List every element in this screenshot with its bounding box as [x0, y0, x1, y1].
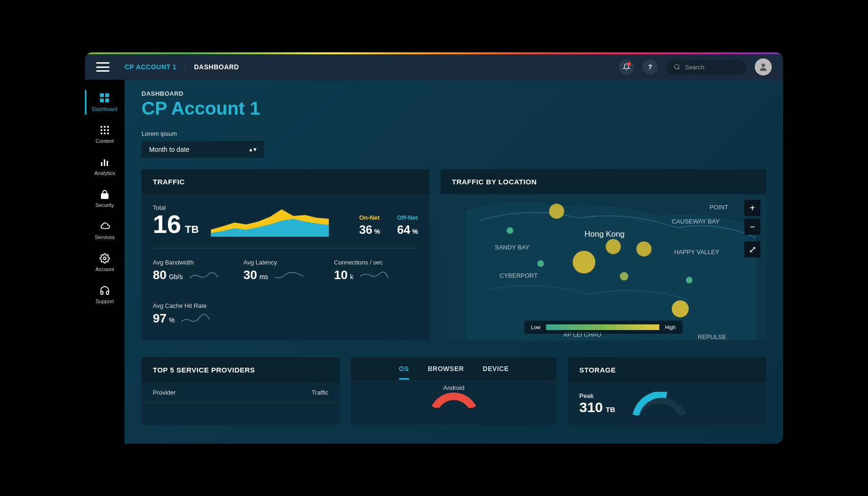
map-area[interactable]: Hong Kong SANDY BAY CYBERPORT HAPPY VALL… — [441, 194, 766, 340]
map-bubble — [573, 251, 595, 273]
page-section-label: DASHBOARD — [142, 90, 766, 97]
sidebar-item-dashboard[interactable]: Dashboard — [85, 86, 125, 118]
card-title: TOP 5 SERVICE PROVIDERS — [142, 357, 340, 382]
sparkline-icon — [275, 270, 303, 281]
card-title: TRAFFIC BY LOCATION — [441, 169, 766, 194]
map-controls: + − ⤢ — [744, 200, 760, 257]
map-city-happyvalley: HAPPY VALLEY — [674, 248, 719, 256]
select-value: Month to date — [149, 146, 190, 153]
svg-point-12 — [107, 129, 109, 131]
svg-rect-18 — [107, 161, 108, 166]
sparkline-icon — [190, 270, 218, 281]
svg-rect-3 — [100, 93, 104, 97]
map-city-sandybay: SANDY BAY — [495, 244, 529, 251]
legend-gradient — [546, 324, 659, 330]
breadcrumb-account[interactable]: CP ACCOUNT 1 — [125, 63, 176, 71]
tab-device[interactable]: DEVICE — [483, 365, 509, 380]
sparkline-icon — [181, 313, 209, 324]
svg-rect-16 — [101, 162, 102, 166]
map-zoom-out-button[interactable]: − — [744, 219, 760, 235]
date-range-select[interactable]: Month to date ▲▼ — [142, 141, 264, 158]
devices-card: OS BROWSER DEVICE Android — [351, 357, 557, 425]
expand-icon: ⤢ — [749, 244, 757, 255]
sidebar-item-support[interactable]: Support — [85, 279, 125, 311]
metric-cache-hit: Avg Cache Hit Rate 97% — [153, 302, 224, 326]
sidebar: Dashboard Content Analytics Security Ser… — [85, 80, 125, 444]
dashboard-icon — [100, 93, 110, 103]
metric-bandwidth: Avg Bandwidth 80Gb/s — [153, 259, 224, 282]
user-avatar[interactable] — [755, 58, 772, 75]
device-tabs: OS BROWSER DEVICE — [351, 357, 557, 380]
card-title: STORAGE — [568, 357, 766, 382]
filter-label: Lorem ipsum — [142, 130, 766, 137]
sidebar-item-label: Services — [95, 234, 115, 240]
search-input[interactable]: Search — [666, 60, 746, 74]
search-icon — [674, 64, 680, 70]
metric-connections: Connections / sec 10k — [334, 259, 405, 282]
sidebar-item-label: Support — [96, 298, 114, 304]
bars-icon — [100, 157, 110, 167]
map-city-hongkong: Hong Kong — [584, 230, 625, 239]
sidebar-item-account[interactable]: Account — [85, 247, 125, 279]
tab-os[interactable]: OS — [399, 365, 409, 380]
map-zoom-in-button[interactable]: + — [744, 200, 760, 216]
gear-icon — [100, 253, 110, 264]
table-header: Provider Traffic — [142, 382, 340, 403]
map-bubble — [507, 227, 513, 234]
map-city-point: POINT — [709, 204, 728, 211]
col-provider: Provider — [153, 389, 312, 396]
breadcrumb-separator — [185, 62, 185, 72]
storage-gauge — [626, 392, 693, 415]
sidebar-item-label: Dashboard — [92, 106, 117, 112]
map-bubble — [537, 260, 544, 267]
sidebar-item-analytics[interactable]: Analytics — [85, 150, 125, 182]
sidebar-item-label: Content — [96, 138, 114, 144]
help-button[interactable]: ? — [643, 59, 658, 74]
user-icon — [758, 62, 768, 72]
breadcrumb-page[interactable]: DASHBOARD — [194, 63, 239, 71]
map-fullscreen-button[interactable]: ⤢ — [744, 241, 760, 257]
brand-logo[interactable] — [96, 60, 109, 74]
page-title: CP Account 1 — [142, 98, 766, 119]
col-traffic: Traffic — [312, 389, 328, 396]
map-bubble — [620, 272, 628, 281]
notifications-button[interactable] — [619, 59, 634, 74]
grid-icon — [100, 125, 110, 135]
chevron-updown-icon: ▲▼ — [248, 147, 257, 152]
svg-line-1 — [678, 68, 680, 70]
map-svg — [441, 194, 766, 340]
card-title: TRAFFIC — [142, 169, 429, 194]
donut-segment-label: Android — [443, 384, 465, 391]
sparkline-icon — [360, 270, 388, 281]
map-bubble — [549, 204, 564, 219]
map-bubble — [606, 239, 621, 254]
svg-point-14 — [104, 132, 106, 134]
content-area: DASHBOARD CP Account 1 Lorem ipsum Month… — [125, 80, 783, 444]
svg-rect-17 — [104, 159, 105, 166]
breadcrumb: CP ACCOUNT 1 DASHBOARD — [125, 62, 239, 72]
svg-point-20 — [103, 257, 106, 260]
page-header: DASHBOARD CP Account 1 — [125, 80, 783, 127]
svg-rect-5 — [100, 99, 104, 102]
traffic-area-chart — [211, 204, 329, 237]
sidebar-item-services[interactable]: Services — [85, 215, 125, 247]
sidebar-item-label: Account — [95, 266, 114, 272]
metric-latency: Avg Latency 30ms — [243, 259, 314, 282]
svg-rect-19 — [101, 194, 108, 198]
sidebar-item-content[interactable]: Content — [85, 118, 125, 150]
search-placeholder: Search — [685, 64, 704, 71]
svg-point-11 — [104, 129, 106, 131]
notification-dot — [627, 62, 631, 66]
map-city-causewaybay: CAUSEWAY BAY — [672, 218, 719, 225]
traffic-card: TRAFFIC Total 16 TB — [142, 169, 429, 340]
storage-card: STORAGE Peak 310TB — [568, 357, 766, 425]
brand-gradient-bar — [85, 52, 783, 54]
providers-card: TOP 5 SERVICE PROVIDERS Provider Traffic — [142, 357, 340, 425]
svg-point-13 — [100, 132, 102, 134]
donut-chart-partial — [421, 389, 487, 408]
filter-row: Lorem ipsum Month to date ▲▼ — [125, 127, 783, 169]
svg-point-7 — [100, 126, 102, 128]
svg-point-0 — [675, 65, 679, 69]
sidebar-item-security[interactable]: Security — [85, 182, 125, 215]
tab-browser[interactable]: BROWSER — [428, 365, 464, 380]
